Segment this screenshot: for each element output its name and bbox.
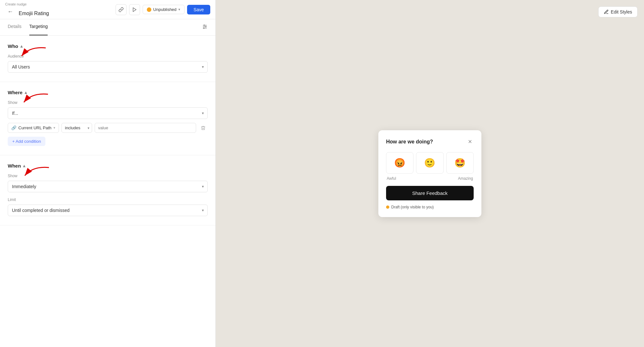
condition-operator-wrapper: includes excludes equals starts with [62, 123, 92, 133]
create-nudge-label: Create nudge [5, 2, 83, 6]
where-show-select-wrapper: If... Always Never [8, 107, 208, 119]
emoji-option-neutral[interactable]: 🙂 [416, 152, 443, 174]
nudge-preview-title: How are we doing? [386, 139, 433, 145]
unpublished-button[interactable]: Unpublished ▾ [143, 5, 185, 14]
link-button[interactable] [116, 4, 127, 15]
tab-targeting[interactable]: Targeting [29, 19, 48, 35]
tab-settings-icon[interactable] [202, 19, 208, 35]
emoji-label-awful: Awful [387, 176, 396, 181]
when-show-select-wrapper: Immediately After delay On scroll [8, 181, 208, 192]
where-show-select[interactable]: If... Always Never [8, 107, 208, 119]
nudge-close-button[interactable]: ✕ [466, 138, 474, 146]
nudge-preview-card: How are we doing? ✕ 😡 🙂 🤩 Awful Amazing … [378, 130, 481, 217]
draft-label: Draft (only visible to you) [391, 205, 434, 209]
draft-badge: Draft (only visible to you) [386, 205, 474, 209]
tabs: Details Targeting [0, 19, 215, 36]
edit-styles-label: Edit Styles [611, 9, 632, 14]
condition-value-input[interactable] [95, 123, 196, 133]
when-header: When ▲ [8, 163, 208, 169]
nudge-title-input[interactable] [19, 11, 83, 16]
unpublished-chevron: ▾ [178, 7, 180, 12]
emoji-awful-icon: 😡 [394, 158, 405, 168]
panel-content: Who ▲ Audience All Users Specific U [0, 36, 215, 347]
when-limit-label: Limit [8, 197, 208, 202]
add-condition-button[interactable]: + Add condition [8, 137, 45, 146]
nudge-card-header: How are we doing? ✕ [386, 138, 474, 146]
unpublished-label: Unpublished [153, 7, 176, 12]
draft-dot [386, 205, 389, 209]
who-section: Who ▲ Audience All Users Specific U [0, 36, 215, 82]
who-header: Who ▲ [8, 43, 208, 49]
condition-row: 🔗 Current URL Path ▾ includes excludes e… [8, 123, 208, 133]
where-arrow-indicator [19, 91, 51, 107]
condition-field-tag[interactable]: 🔗 Current URL Path ▾ [8, 123, 59, 133]
where-header: Where ▲ [8, 90, 208, 95]
save-button[interactable]: Save [187, 5, 210, 14]
emoji-option-amazing[interactable]: 🤩 [446, 152, 474, 174]
left-panel: Create nudge ← Unpublished ▾ [0, 0, 216, 347]
when-arrow-indicator [20, 164, 52, 180]
condition-field-icon: 🔗 [11, 125, 16, 130]
edit-styles-button[interactable]: Edit Styles [598, 6, 638, 17]
share-feedback-button[interactable]: Share Feedback [386, 186, 474, 200]
svg-point-4 [204, 25, 205, 26]
svg-marker-0 [133, 8, 136, 12]
emoji-neutral-icon: 🙂 [424, 158, 435, 168]
svg-point-5 [205, 26, 206, 27]
when-show-select[interactable]: Immediately After delay On scroll [8, 181, 208, 192]
when-section: When ▲ Show Immediately After delay [0, 155, 215, 225]
when-limit-select-wrapper: Until completed or dismissed Once Always [8, 205, 208, 216]
who-arrow-indicator [17, 45, 49, 61]
emoji-amazing-icon: 🤩 [454, 158, 466, 168]
edit-styles-icon [604, 9, 609, 14]
preview-button[interactable] [129, 4, 140, 15]
back-button[interactable]: ← [5, 7, 15, 17]
emoji-label-row: Awful Amazing [386, 176, 474, 181]
condition-field-chevron: ▾ [53, 126, 55, 130]
emoji-label-amazing: Amazing [458, 176, 473, 181]
top-bar-actions: Unpublished ▾ Save [116, 4, 210, 15]
when-limit-select[interactable]: Until completed or dismissed Once Always [8, 205, 208, 216]
emoji-row: 😡 🙂 🤩 [386, 152, 474, 174]
svg-point-6 [204, 28, 204, 29]
audience-select[interactable]: All Users Specific Users Segments [8, 61, 208, 73]
delete-condition-button[interactable] [199, 123, 208, 132]
condition-field-label: Current URL Path [18, 125, 52, 130]
top-bar: Create nudge ← Unpublished ▾ [0, 0, 215, 19]
right-panel: Edit Styles How are we doing? ✕ 😡 🙂 🤩 Aw… [216, 0, 644, 347]
audience-select-wrapper: All Users Specific Users Segments [8, 61, 208, 73]
unpublished-dot [147, 7, 151, 12]
when-title: When [8, 163, 21, 169]
emoji-option-awful[interactable]: 😡 [386, 152, 413, 174]
tab-details[interactable]: Details [8, 19, 22, 35]
condition-operator-select[interactable]: includes excludes equals starts with [62, 123, 92, 133]
where-section: Where ▲ Show If... Always [0, 82, 215, 155]
